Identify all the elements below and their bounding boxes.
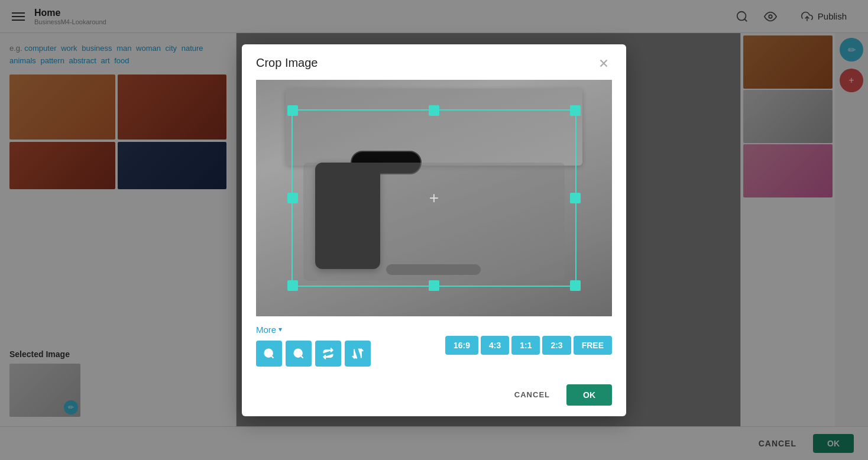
crop-handle-bottom-middle[interactable] xyxy=(429,280,439,291)
crop-handle-middle-left[interactable] xyxy=(287,193,298,203)
crop-toolbar: More ▾ xyxy=(256,325,612,367)
crop-selection[interactable]: + xyxy=(292,109,576,287)
svg-line-7 xyxy=(271,355,274,358)
flip-horizontal-button[interactable] xyxy=(315,341,341,367)
crop-handle-top-middle[interactable] xyxy=(429,105,439,116)
modal-header: Crop Image xyxy=(242,44,626,80)
ratio-4-3-button[interactable]: 4:3 xyxy=(481,336,509,355)
cancel-button[interactable]: CANCEL xyxy=(505,386,559,404)
crop-toolbar-left: More ▾ xyxy=(256,325,371,367)
more-chevron-icon: ▾ xyxy=(278,325,282,333)
modal-footer: CANCEL OK xyxy=(242,376,626,416)
tool-buttons-group xyxy=(256,341,371,367)
ratio-buttons-group: 16:9 4:3 1:1 2:3 FREE xyxy=(445,336,612,355)
modal-title: Crop Image xyxy=(256,56,318,70)
ratio-2-3-button[interactable]: 2:3 xyxy=(542,336,571,355)
crop-handle-bottom-right[interactable] xyxy=(570,280,581,291)
crop-handle-middle-right[interactable] xyxy=(570,193,581,203)
close-icon[interactable] xyxy=(595,55,612,72)
more-label: More xyxy=(256,325,276,335)
zoom-out-button[interactable] xyxy=(286,341,312,367)
modal-body: + More ▾ xyxy=(242,80,626,376)
more-options-button[interactable]: More ▾ xyxy=(256,325,371,335)
zoom-in-button[interactable] xyxy=(256,341,282,367)
flip-vertical-button[interactable] xyxy=(345,341,371,367)
crop-image-modal: Crop Image xyxy=(242,44,626,416)
crop-inner xyxy=(293,111,575,286)
crop-handle-top-right[interactable] xyxy=(570,105,581,116)
svg-line-11 xyxy=(301,355,303,358)
crop-handle-bottom-left[interactable] xyxy=(287,280,298,291)
crop-handle-top-left[interactable] xyxy=(287,105,298,116)
ratio-free-button[interactable]: FREE xyxy=(574,336,612,355)
ok-button[interactable]: OK xyxy=(566,384,612,406)
ratio-16-9-button[interactable]: 16:9 xyxy=(445,336,478,355)
ratio-1-1-button[interactable]: 1:1 xyxy=(511,336,540,355)
crop-area[interactable]: + xyxy=(256,80,612,316)
